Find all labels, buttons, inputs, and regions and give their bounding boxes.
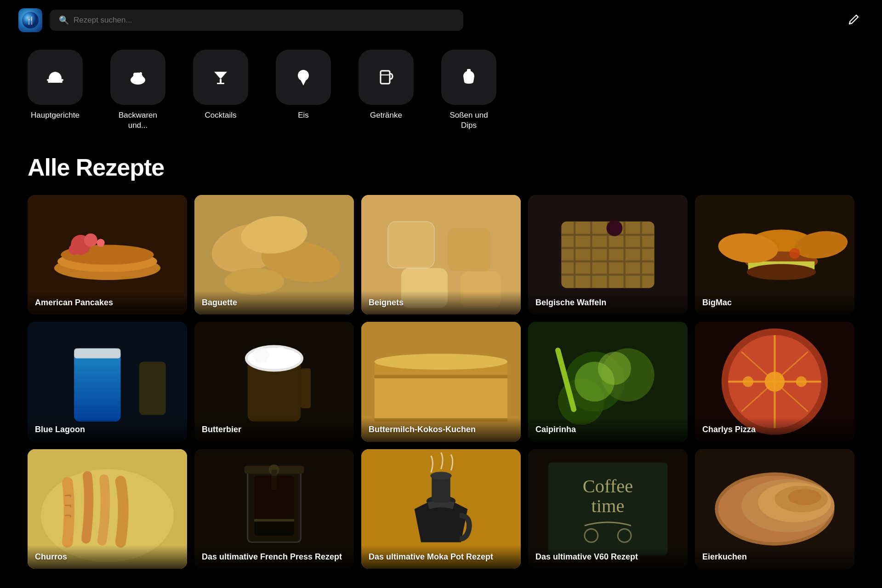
recipe-card-bigmac[interactable]: BigMac [695,195,854,314]
svg-point-76 [598,352,631,385]
svg-rect-11 [381,74,390,75]
svg-text:time: time [592,496,625,516]
recipe-card-baguette[interactable]: Baguette [194,195,354,314]
recipe-card-charlys[interactable]: Charlys Pizza [695,322,854,441]
app-logo[interactable]: 🍴 [18,8,42,32]
edit-button[interactable] [845,10,864,31]
search-input[interactable] [74,16,454,25]
svg-rect-57 [139,362,166,415]
recipe-overlay-churros: Churros [28,545,187,569]
recipe-overlay-eierkuchen: Eierkuchen [695,545,854,569]
category-cocktails[interactable]: Cocktails [193,50,248,120]
svg-point-115 [788,489,821,505]
section-title: Alle Rezepte [0,144,882,195]
recipe-title-beignets: Beignets [369,297,513,308]
recipe-overlay-bigmac: BigMac [695,291,854,314]
recipe-title-churros: Churros [35,552,180,562]
recipe-card-beignets[interactable]: Beignets [361,195,521,314]
svg-rect-3 [47,79,63,81]
category-label-eis: Eis [298,110,309,120]
recipe-card-butterbier[interactable]: Butterbier [194,322,354,441]
recipe-title-charlys: Charlys Pizza [702,424,847,435]
svg-rect-10 [381,71,390,84]
category-getraenke[interactable]: Getränke [358,50,414,120]
recipe-card-pancakes[interactable]: American Pancakes [28,195,187,314]
svg-point-69 [375,354,507,370]
recipe-title-butterbier: Butterbier [202,424,347,435]
category-icon-hauptgerichte [28,50,83,105]
recipe-title-pancakes: American Pancakes [35,297,180,308]
recipe-card-waffeln[interactable]: Belgische Waffeln [528,195,688,314]
category-label-hauptgerichte: Hauptgerichte [31,110,80,120]
category-icon-eis [276,50,331,105]
svg-rect-12 [467,69,471,72]
svg-point-19 [69,244,80,255]
recipe-overlay-french: Das ultimative French Press Rezept [194,545,354,569]
svg-point-63 [274,347,288,360]
svg-rect-98 [254,476,294,519]
category-icon-backwaren [110,50,165,105]
recipe-title-bigmac: BigMac [702,297,847,308]
category-soessen[interactable]: Soßen undDips [441,50,496,131]
svg-rect-2 [48,81,63,83]
recipe-overlay-bluelagoon: Blue Lagoon [28,418,187,441]
category-label-getraenke: Getränke [370,110,402,120]
recipe-title-waffeln: Belgische Waffeln [535,297,680,308]
svg-point-44 [607,220,623,236]
svg-point-86 [743,377,753,387]
svg-point-6 [139,72,142,75]
category-label-soessen: Soßen undDips [450,110,488,131]
search-bar[interactable]: 🔍 [50,10,463,31]
recipes-grid: American Pancakes Baguette [0,195,882,587]
recipe-overlay-buttermilch: Buttermilch-Kokos-Kuchen [361,418,521,441]
svg-rect-68 [375,375,507,378]
recipe-overlay-caipirinha: Caipirinha [528,418,688,441]
svg-point-102 [430,472,451,480]
svg-text:Coffee: Coffee [583,476,633,497]
category-hauptgerichte[interactable]: Hauptgerichte [28,50,83,120]
recipe-title-buttermilch: Buttermilch-Kokos-Kuchen [369,424,513,435]
recipe-title-moka: Das ultimative Moka Pot Rezept [369,552,513,562]
recipe-card-bluelagoon[interactable]: Blue Lagoon [28,322,187,441]
recipe-title-v60: Das ultimative V60 Rezept [535,552,680,562]
recipe-card-french[interactable]: Das ultimative French Press Rezept [194,449,354,569]
recipe-card-buttermilch[interactable]: Buttermilch-Kokos-Kuchen [361,322,521,441]
svg-point-85 [765,372,785,392]
recipe-card-v60[interactable]: Coffee time Das ultimative V60 Rezept [528,449,688,569]
recipe-card-caipirinha[interactable]: Caipirinha [528,322,688,441]
svg-point-20 [97,239,104,247]
recipe-overlay-charlys: Charlys Pizza [695,418,854,441]
categories-section: Hauptgerichte Backwarenund... Cocktails [0,40,882,144]
svg-point-62 [253,347,269,363]
recipe-title-caipirinha: Caipirinha [535,424,680,435]
svg-point-52 [789,248,800,259]
recipe-overlay-beignets: Beignets [361,291,521,314]
recipe-title-eierkuchen: Eierkuchen [702,552,847,562]
recipe-card-moka[interactable]: Das ultimative Moka Pot Rezept [361,449,521,569]
svg-point-49 [747,264,816,280]
category-label-cocktails: Cocktails [205,110,237,120]
search-icon: 🔍 [59,15,69,25]
svg-rect-56 [74,348,120,359]
recipe-title-french: Das ultimative French Press Rezept [202,552,347,562]
svg-rect-55 [74,348,120,422]
recipe-overlay-waffeln: Belgische Waffeln [528,291,688,314]
category-icon-cocktails [193,50,248,105]
svg-text:🍴: 🍴 [26,16,35,25]
recipe-title-bluelagoon: Blue Lagoon [35,424,180,435]
svg-rect-97 [254,519,294,522]
category-icon-soessen [441,50,496,105]
recipe-overlay-pancakes: American Pancakes [28,291,187,314]
category-eis[interactable]: Eis [276,50,331,120]
svg-point-18 [84,234,97,247]
recipe-card-eierkuchen[interactable]: Eierkuchen [695,449,854,569]
recipe-overlay-moka: Das ultimative Moka Pot Rezept [361,545,521,569]
svg-point-5 [133,73,137,76]
recipe-card-churros[interactable]: Churros [28,449,187,569]
svg-rect-7 [220,79,222,83]
recipe-overlay-butterbier: Butterbier [194,418,354,441]
category-backwaren[interactable]: Backwarenund... [110,50,165,131]
svg-point-87 [796,377,807,387]
header-actions [845,10,864,31]
svg-rect-8 [217,83,224,84]
